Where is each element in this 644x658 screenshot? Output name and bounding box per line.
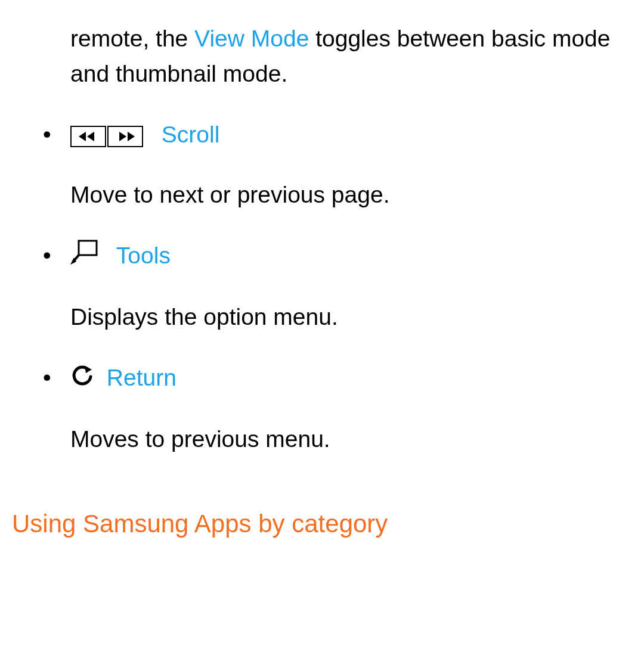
intro-paragraph: remote, the View Mode toggles between ba… xyxy=(70,21,632,91)
scroll-label: Scroll xyxy=(162,122,220,147)
svg-rect-4 xyxy=(79,241,97,255)
svg-marker-3 xyxy=(128,132,135,141)
return-label: Return xyxy=(107,365,177,390)
list-item: Return Moves to previous menu. xyxy=(12,361,632,457)
view-mode-term: View Mode xyxy=(194,26,309,51)
svg-marker-7 xyxy=(85,366,92,373)
return-desc: Moves to previous menu. xyxy=(70,422,632,457)
scroll-icons xyxy=(70,122,151,147)
section-heading: Using Samsung Apps by category xyxy=(12,505,632,542)
list-item: Scroll Move to next or previous page. xyxy=(12,117,632,212)
intro-text-1: remote, the xyxy=(70,26,194,51)
tools-icon xyxy=(70,240,99,275)
list-item: Tools Displays the option menu. xyxy=(12,238,632,334)
scroll-desc: Move to next or previous page. xyxy=(70,178,632,213)
rewind-icon xyxy=(70,126,106,147)
manual-page: remote, the View Mode toggles between ba… xyxy=(0,0,644,542)
controls-list: Scroll Move to next or previous page. To… xyxy=(12,117,632,457)
svg-marker-1 xyxy=(79,132,86,141)
fast-forward-icon xyxy=(107,126,143,147)
tools-label: Tools xyxy=(116,243,171,268)
tools-desc: Displays the option menu. xyxy=(70,300,632,335)
svg-marker-0 xyxy=(87,132,94,141)
svg-marker-2 xyxy=(119,132,126,141)
return-icon xyxy=(70,362,94,398)
